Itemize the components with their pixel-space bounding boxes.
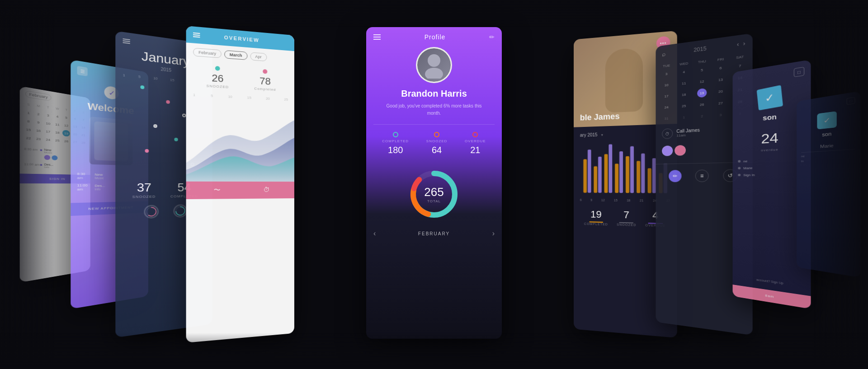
clock-icon: ⏱ xyxy=(662,128,673,139)
list-dot xyxy=(738,174,741,176)
svg-rect-11 xyxy=(588,149,591,193)
svg-rect-20 xyxy=(637,161,640,193)
snoozed-label: SNOOZED xyxy=(132,195,156,199)
donut-chart: 265 TOTAL xyxy=(407,167,461,221)
tab-march[interactable]: March xyxy=(224,50,247,60)
cal-date: 17 xyxy=(662,91,671,101)
svg-rect-15 xyxy=(609,144,612,193)
cal-date: 15 xyxy=(24,126,33,133)
completed-label: COMPLETED xyxy=(382,139,409,143)
stat-snoozed: 26 SNOOZED xyxy=(206,65,229,89)
search-icon[interactable]: ⌕ xyxy=(662,50,665,57)
list-dot xyxy=(738,167,741,169)
cal-date-today: 19 xyxy=(62,130,70,137)
profile-name: Brandon Harris xyxy=(366,89,502,99)
overdue-value: 21 xyxy=(465,145,486,155)
menu-icon[interactable] xyxy=(193,33,200,38)
stat-overdue: OVERDUE 21 xyxy=(465,132,486,155)
snoozed-value: 37 xyxy=(132,181,156,195)
edit-button[interactable]: ✏ xyxy=(669,170,681,182)
tab-february[interactable]: February xyxy=(193,48,222,58)
card-title: son xyxy=(797,128,861,140)
card-profile: Profile ✏ Brandon Harris Good job, you'v… xyxy=(366,27,502,339)
prev-month-button[interactable]: ‹ xyxy=(373,229,376,238)
cal-date: 12 xyxy=(697,76,707,86)
dropdown-icon[interactable]: ▾ xyxy=(601,133,603,137)
list-button[interactable]: ≡ xyxy=(695,169,709,182)
item-text: ne xyxy=(743,159,747,163)
avatar xyxy=(675,145,686,156)
avatar xyxy=(416,47,452,83)
stat-completed: 78 Completed xyxy=(254,69,276,92)
svg-point-4 xyxy=(428,54,440,67)
overview-title: OVERVIEW xyxy=(224,35,259,43)
completed-label: COMPLETED xyxy=(584,222,608,226)
event-time: 11:00 am xyxy=(77,183,92,192)
list-dot xyxy=(738,160,741,163)
prev-button[interactable]: ‹ xyxy=(737,41,739,48)
snoozed-label: SNOOZED xyxy=(617,223,636,227)
footer-nav: 〜 ⏱ xyxy=(186,182,294,199)
list-item: Marie xyxy=(738,165,804,170)
item-label: ne xyxy=(801,154,805,157)
svg-rect-10 xyxy=(583,159,587,193)
profile-stats: COMPLETED 180 SNOOZED 64 OVERDUE 21 xyxy=(366,132,502,163)
menu-icon[interactable] xyxy=(123,38,130,44)
snoozed-value: 26 xyxy=(206,72,229,85)
nav-buttons: ‹ › xyxy=(737,40,745,48)
completed-value: 180 xyxy=(382,145,409,155)
wave-chart xyxy=(186,98,294,182)
day-header: S xyxy=(24,100,33,108)
svg-rect-18 xyxy=(626,156,629,193)
svg-rect-19 xyxy=(630,146,634,193)
stat-dot-cyan xyxy=(215,66,220,71)
edit-icon[interactable]: ✏ xyxy=(489,33,495,41)
cal-date: 3 xyxy=(716,110,726,119)
checkmark-icon: ✓ xyxy=(757,85,783,110)
check-icon: ✓ xyxy=(817,111,836,130)
cal-date: 20 xyxy=(716,86,726,96)
cal-date: 2 xyxy=(697,111,707,121)
app-icon: □ xyxy=(847,97,855,105)
list-item: ne xyxy=(801,152,855,158)
cal-date: 10 xyxy=(662,80,671,90)
snoozed-label: SNOOZED xyxy=(206,84,229,89)
cal-date: 11 xyxy=(53,121,61,128)
completed-value: 78 xyxy=(254,75,276,88)
next-button[interactable]: › xyxy=(743,40,745,47)
stat-icon-snoozed xyxy=(434,132,439,137)
cal-date: 18 xyxy=(53,129,61,136)
day-header: W xyxy=(53,105,61,112)
cal-date: 8 xyxy=(24,117,33,125)
person-name: ble James xyxy=(580,112,620,122)
tab-april[interactable]: Apr xyxy=(250,52,267,61)
item-label: In xyxy=(801,160,804,163)
cal-date: 6 xyxy=(716,63,726,73)
svg-rect-17 xyxy=(619,151,623,193)
event-dot xyxy=(40,164,42,166)
cal-date: 9 xyxy=(34,118,42,126)
cal-date: 22 xyxy=(24,134,33,141)
cal-date: 25 xyxy=(679,101,689,111)
wave-icon[interactable]: 〜 xyxy=(213,186,220,194)
item-text: Sign In xyxy=(743,173,755,177)
cal-date: 10 xyxy=(44,120,52,127)
clock-icon[interactable]: ⏱ xyxy=(263,186,269,194)
next-month-button[interactable]: › xyxy=(492,229,495,238)
cal-date: 4 xyxy=(679,67,689,77)
menu-icon[interactable]: ☰ xyxy=(77,66,88,76)
day-header: M xyxy=(34,102,42,110)
stat-icon-completed xyxy=(393,132,398,137)
cal-date: 24 xyxy=(662,103,671,112)
profile-description: Good job, you've completed 6% more tasks… xyxy=(366,103,502,117)
day-thu: THU xyxy=(697,59,707,64)
menu-icon[interactable] xyxy=(373,34,381,40)
stat-completed: COMPLETED 180 xyxy=(382,132,409,155)
total-label: TOTAL xyxy=(424,199,443,203)
cal-date: 5 xyxy=(62,114,70,121)
item-text: Marie xyxy=(743,166,752,170)
cal-date: 23 xyxy=(34,135,42,142)
day-fri: FRI xyxy=(716,57,726,62)
cal-date: 4 xyxy=(53,113,61,120)
cal-date: 24 xyxy=(44,136,52,143)
